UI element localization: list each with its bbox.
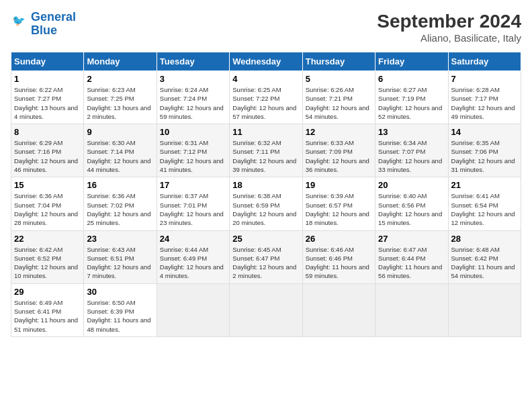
- day-number: 30: [87, 287, 153, 297]
- day-info: Sunrise: 6:47 AM Sunset: 6:44 PM Dayligh…: [378, 245, 445, 281]
- calendar-cell: 4 Sunrise: 6:25 AM Sunset: 7:22 PM Dayli…: [230, 71, 302, 124]
- calendar-cell: 3 Sunrise: 6:24 AM Sunset: 7:24 PM Dayli…: [157, 71, 229, 124]
- day-number: 7: [451, 74, 518, 84]
- day-info: Sunrise: 6:42 AM Sunset: 6:52 PM Dayligh…: [14, 245, 81, 281]
- day-info: Sunrise: 6:50 AM Sunset: 6:39 PM Dayligh…: [87, 298, 153, 334]
- day-info: Sunrise: 6:23 AM Sunset: 7:25 PM Dayligh…: [87, 85, 153, 121]
- day-number: 29: [14, 287, 81, 297]
- day-number: 14: [451, 127, 518, 137]
- day-number: 17: [160, 180, 226, 190]
- day-number: 3: [160, 74, 226, 84]
- day-number: 11: [232, 127, 299, 137]
- day-number: 12: [306, 127, 372, 137]
- day-info: Sunrise: 6:48 AM Sunset: 6:42 PM Dayligh…: [451, 245, 518, 281]
- calendar-cell: 1 Sunrise: 6:22 AM Sunset: 7:27 PM Dayli…: [11, 71, 84, 124]
- calendar-week-row: 15 Sunrise: 6:36 AM Sunset: 7:04 PM Dayl…: [11, 177, 521, 230]
- page-header: 🐦 General Blue September 2024 Aliano, Ba…: [11, 11, 521, 44]
- calendar-cell: 30 Sunrise: 6:50 AM Sunset: 6:39 PM Dayl…: [84, 283, 157, 336]
- day-number: 6: [378, 74, 445, 84]
- day-number: 22: [14, 234, 81, 244]
- logo-icon: 🐦: [12, 13, 31, 32]
- day-info: Sunrise: 6:36 AM Sunset: 7:04 PM Dayligh…: [14, 191, 81, 227]
- day-number: 18: [232, 180, 299, 190]
- day-number: 26: [306, 234, 372, 244]
- calendar-cell: 2 Sunrise: 6:23 AM Sunset: 7:25 PM Dayli…: [84, 71, 157, 124]
- logo-text: General Blue: [31, 11, 76, 38]
- day-number: 4: [232, 74, 299, 84]
- day-number: 10: [160, 127, 226, 137]
- page-subtitle: Aliano, Basilicate, Italy: [377, 32, 521, 44]
- day-header-sunday: Sunday: [11, 52, 84, 71]
- day-info: Sunrise: 6:37 AM Sunset: 7:01 PM Dayligh…: [160, 191, 226, 227]
- day-info: Sunrise: 6:35 AM Sunset: 7:06 PM Dayligh…: [451, 138, 518, 174]
- calendar-body: 1 Sunrise: 6:22 AM Sunset: 7:27 PM Dayli…: [11, 71, 521, 337]
- day-number: 13: [378, 127, 445, 137]
- day-info: Sunrise: 6:44 AM Sunset: 6:49 PM Dayligh…: [160, 245, 226, 281]
- day-info: Sunrise: 6:33 AM Sunset: 7:09 PM Dayligh…: [306, 138, 372, 174]
- calendar-cell: 11 Sunrise: 6:32 AM Sunset: 7:11 PM Dayl…: [230, 124, 302, 177]
- calendar-cell: 14 Sunrise: 6:35 AM Sunset: 7:06 PM Dayl…: [448, 124, 521, 177]
- calendar-cell: 23 Sunrise: 6:43 AM Sunset: 6:51 PM Dayl…: [84, 230, 157, 283]
- calendar-cell: 10 Sunrise: 6:31 AM Sunset: 7:12 PM Dayl…: [157, 124, 229, 177]
- calendar-cell: 15 Sunrise: 6:36 AM Sunset: 7:04 PM Dayl…: [11, 177, 84, 230]
- day-info: Sunrise: 6:24 AM Sunset: 7:24 PM Dayligh…: [160, 85, 226, 121]
- calendar-cell: 8 Sunrise: 6:29 AM Sunset: 7:16 PM Dayli…: [11, 124, 84, 177]
- day-header-thursday: Thursday: [302, 52, 375, 71]
- day-number: 20: [378, 180, 445, 190]
- calendar-cell: 9 Sunrise: 6:30 AM Sunset: 7:14 PM Dayli…: [84, 124, 157, 177]
- day-header-saturday: Saturday: [448, 52, 521, 71]
- day-info: Sunrise: 6:30 AM Sunset: 7:14 PM Dayligh…: [87, 138, 153, 174]
- calendar-cell: 17 Sunrise: 6:37 AM Sunset: 7:01 PM Dayl…: [157, 177, 229, 230]
- day-info: Sunrise: 6:38 AM Sunset: 6:59 PM Dayligh…: [232, 191, 299, 227]
- day-info: Sunrise: 6:45 AM Sunset: 6:47 PM Dayligh…: [232, 245, 299, 281]
- day-header-friday: Friday: [375, 52, 448, 71]
- calendar-cell: [448, 283, 521, 336]
- calendar-cell: 12 Sunrise: 6:33 AM Sunset: 7:09 PM Dayl…: [302, 124, 375, 177]
- day-info: Sunrise: 6:43 AM Sunset: 6:51 PM Dayligh…: [87, 245, 153, 281]
- calendar-cell: [302, 283, 375, 336]
- day-info: Sunrise: 6:41 AM Sunset: 6:54 PM Dayligh…: [451, 191, 518, 227]
- day-number: 16: [87, 180, 153, 190]
- calendar-week-row: 1 Sunrise: 6:22 AM Sunset: 7:27 PM Dayli…: [11, 71, 521, 124]
- day-header-tuesday: Tuesday: [157, 52, 229, 71]
- calendar-cell: 19 Sunrise: 6:39 AM Sunset: 6:57 PM Dayl…: [302, 177, 375, 230]
- day-number: 23: [87, 234, 153, 244]
- day-number: 15: [14, 180, 81, 190]
- calendar-cell: 18 Sunrise: 6:38 AM Sunset: 6:59 PM Dayl…: [230, 177, 302, 230]
- calendar-cell: 24 Sunrise: 6:44 AM Sunset: 6:49 PM Dayl…: [157, 230, 229, 283]
- day-number: 28: [451, 234, 518, 244]
- day-number: 5: [306, 74, 372, 84]
- day-number: 9: [87, 127, 153, 137]
- day-info: Sunrise: 6:36 AM Sunset: 7:02 PM Dayligh…: [87, 191, 153, 227]
- day-info: Sunrise: 6:26 AM Sunset: 7:21 PM Dayligh…: [306, 85, 372, 121]
- page-title: September 2024: [377, 11, 521, 32]
- day-info: Sunrise: 6:29 AM Sunset: 7:16 PM Dayligh…: [14, 138, 81, 174]
- day-number: 1: [14, 74, 81, 84]
- calendar-cell: 26 Sunrise: 6:46 AM Sunset: 6:46 PM Dayl…: [302, 230, 375, 283]
- calendar-cell: 13 Sunrise: 6:34 AM Sunset: 7:07 PM Dayl…: [375, 124, 448, 177]
- day-number: 27: [378, 234, 445, 244]
- day-info: Sunrise: 6:25 AM Sunset: 7:22 PM Dayligh…: [232, 85, 299, 121]
- calendar-cell: [157, 283, 229, 336]
- calendar-cell: [375, 283, 448, 336]
- day-info: Sunrise: 6:28 AM Sunset: 7:17 PM Dayligh…: [451, 85, 518, 121]
- calendar-week-row: 8 Sunrise: 6:29 AM Sunset: 7:16 PM Dayli…: [11, 124, 521, 177]
- calendar-week-row: 29 Sunrise: 6:49 AM Sunset: 6:41 PM Dayl…: [11, 283, 521, 336]
- calendar-cell: [230, 283, 302, 336]
- calendar-cell: 21 Sunrise: 6:41 AM Sunset: 6:54 PM Dayl…: [448, 177, 521, 230]
- calendar-cell: 7 Sunrise: 6:28 AM Sunset: 7:17 PM Dayli…: [448, 71, 521, 124]
- calendar-table: SundayMondayTuesdayWednesdayThursdayFrid…: [11, 52, 521, 337]
- calendar-cell: 28 Sunrise: 6:48 AM Sunset: 6:42 PM Dayl…: [448, 230, 521, 283]
- calendar-cell: 16 Sunrise: 6:36 AM Sunset: 7:02 PM Dayl…: [84, 177, 157, 230]
- day-info: Sunrise: 6:39 AM Sunset: 6:57 PM Dayligh…: [306, 191, 372, 227]
- calendar-cell: 5 Sunrise: 6:26 AM Sunset: 7:21 PM Dayli…: [302, 71, 375, 124]
- day-info: Sunrise: 6:32 AM Sunset: 7:11 PM Dayligh…: [232, 138, 299, 174]
- day-number: 24: [160, 234, 226, 244]
- day-number: 8: [14, 127, 81, 137]
- calendar-week-row: 22 Sunrise: 6:42 AM Sunset: 6:52 PM Dayl…: [11, 230, 521, 283]
- day-header-wednesday: Wednesday: [230, 52, 302, 71]
- svg-text:🐦: 🐦: [12, 13, 26, 26]
- calendar-cell: 22 Sunrise: 6:42 AM Sunset: 6:52 PM Dayl…: [11, 230, 84, 283]
- calendar-header-row: SundayMondayTuesdayWednesdayThursdayFrid…: [11, 52, 521, 71]
- day-info: Sunrise: 6:40 AM Sunset: 6:56 PM Dayligh…: [378, 191, 445, 227]
